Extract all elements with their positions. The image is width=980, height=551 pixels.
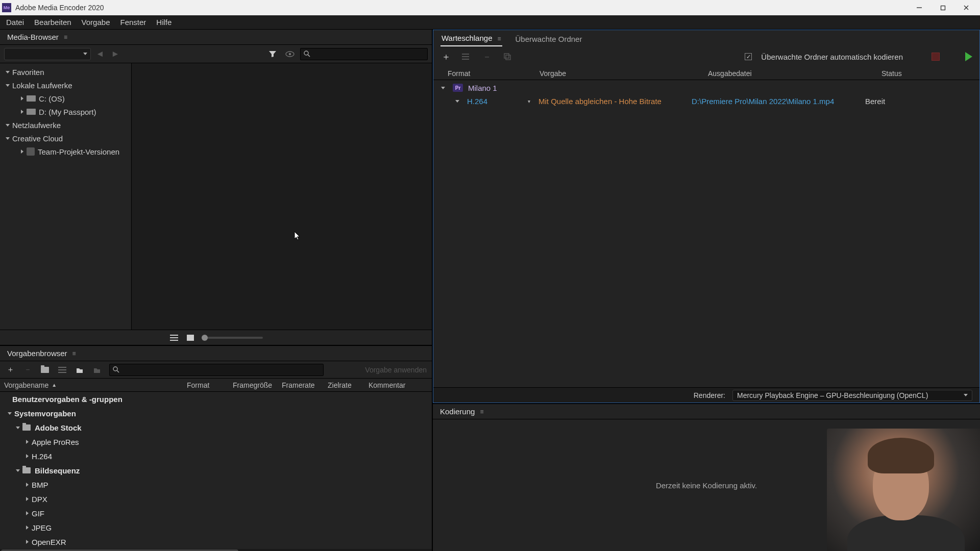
svg-rect-12 xyxy=(58,367,66,368)
preset-h264[interactable]: H.264 xyxy=(0,449,432,463)
preset-h-scrollbar[interactable] xyxy=(0,549,432,551)
webcam-overlay xyxy=(827,429,980,551)
col-bitrate[interactable]: Zielrate xyxy=(324,381,364,389)
media-browser-menu-icon[interactable]: ≡ xyxy=(64,34,67,41)
thumbnail-view-icon[interactable] xyxy=(185,334,195,342)
preset-settings-button[interactable] xyxy=(57,365,67,375)
col-comment[interactable]: Kommentar xyxy=(364,381,432,389)
stop-queue-button[interactable] xyxy=(932,53,940,61)
preset-group-adobe-stock[interactable]: Adobe Stock xyxy=(0,420,432,435)
media-content-area[interactable] xyxy=(132,63,432,330)
tree-creative-cloud[interactable]: Creative Cloud xyxy=(0,132,131,145)
preset-openexr[interactable]: OpenEXR xyxy=(0,535,432,549)
close-button[interactable] xyxy=(954,0,978,15)
encoding-title: Kodierung xyxy=(440,407,475,416)
tree-team-label: Team-Projekt-Versionen xyxy=(38,147,119,156)
media-tree: Favoriten Lokale Laufwerke C: (OS) xyxy=(0,63,132,330)
remove-button[interactable]: － xyxy=(481,51,493,62)
preset-columns-header: Vorgabename▲ Format Framegröße Framerate… xyxy=(0,379,432,392)
preset-bmp[interactable]: BMP xyxy=(0,478,432,492)
svg-rect-14 xyxy=(58,372,66,373)
delete-preset-button[interactable]: － xyxy=(22,365,33,375)
queue-menu-icon[interactable]: ≡ xyxy=(498,35,501,42)
queue-col-format[interactable]: Format xyxy=(448,69,540,78)
preset-tree: Benutzervorgaben & -gruppen Systemvorgab… xyxy=(0,392,432,549)
queue-preset-link[interactable]: Mit Quelle abgleichen - Hohe Bitrate xyxy=(538,97,692,106)
preset-jpeg[interactable]: JPEG xyxy=(0,520,432,535)
renderer-label: Renderer: xyxy=(694,391,725,399)
chevron-down-icon[interactable]: ▾ xyxy=(528,98,530,104)
start-queue-button[interactable] xyxy=(965,52,972,61)
col-format[interactable]: Format xyxy=(183,381,229,389)
renderer-dropdown[interactable]: Mercury Playback Engine – GPU-Beschleuni… xyxy=(732,390,972,401)
svg-rect-17 xyxy=(462,54,469,55)
import-preset-button[interactable] xyxy=(75,365,85,375)
tree-drive-c[interactable]: C: (OS) xyxy=(0,92,131,105)
path-dropdown[interactable] xyxy=(4,48,91,60)
tree-cc-label: Creative Cloud xyxy=(12,134,63,143)
col-framesize[interactable]: Framegröße xyxy=(229,381,278,389)
new-group-button[interactable] xyxy=(40,365,50,375)
app-title: Adobe Media Encoder 2020 xyxy=(15,4,908,12)
minimize-button[interactable] xyxy=(908,0,931,15)
tab-watch-folders[interactable]: Überwachte Ordner xyxy=(514,32,583,46)
preset-apple-prores[interactable]: Apple ProRes xyxy=(0,435,432,449)
media-search-input[interactable] xyxy=(300,48,428,60)
svg-rect-10 xyxy=(170,340,178,341)
tree-drive-c-label: C: (OS) xyxy=(39,94,65,103)
menu-preset[interactable]: Vorgabe xyxy=(77,16,115,29)
tab-queue[interactable]: Warteschlange≡ xyxy=(440,31,502,46)
tree-drive-d[interactable]: D: (My Passport) xyxy=(0,105,131,118)
svg-rect-21 xyxy=(506,55,510,60)
list-view-icon[interactable] xyxy=(169,334,179,342)
export-preset-button[interactable] xyxy=(92,365,102,375)
folder-icon xyxy=(22,424,31,431)
queue-output-link[interactable]: D:\Premiere Pro\Milan 2022\Milano 1.mp4 xyxy=(692,97,865,106)
drive-icon xyxy=(27,95,36,102)
svg-rect-1 xyxy=(941,6,945,10)
preset-group-image-seq[interactable]: Bildsequenz xyxy=(0,463,432,478)
tree-team-projects[interactable]: Team-Projekt-Versionen xyxy=(0,145,131,158)
app-icon: Me xyxy=(2,3,11,12)
preset-browser-title: Vorgabenbrowser xyxy=(7,349,67,358)
new-preset-button[interactable]: ＋ xyxy=(5,365,15,375)
menu-window[interactable]: Fenster xyxy=(115,16,151,29)
zoom-slider[interactable] xyxy=(202,337,263,339)
col-name[interactable]: Vorgabename▲ xyxy=(0,381,183,389)
media-browser-panel: Media-Browser ≡ ◄ ► xyxy=(0,30,432,346)
queue-format-dropdown[interactable]: H.264 xyxy=(467,97,487,106)
menu-help[interactable]: Hilfe xyxy=(151,16,177,29)
col-framerate[interactable]: Framerate xyxy=(278,381,324,389)
preset-dpx[interactable]: DPX xyxy=(0,492,432,506)
menubar: Datei Bearbeiten Vorgabe Fenster Hilfe xyxy=(0,15,980,30)
queue-col-output[interactable]: Ausgabedatei xyxy=(708,69,881,78)
tree-local-drives[interactable]: Lokale Laufwerke xyxy=(0,79,131,92)
nav-forward-icon[interactable]: ► xyxy=(109,48,121,60)
queue-col-preset[interactable]: Vorgabe xyxy=(540,69,708,78)
encoding-panel: Kodierung ≡ Derzeit keine Kodierung akti… xyxy=(433,403,980,551)
duplicate-button[interactable] xyxy=(502,51,513,62)
tree-network[interactable]: Netzlaufwerke xyxy=(0,118,131,132)
titlebar: Me Adobe Media Encoder 2020 xyxy=(0,0,980,15)
queue-item[interactable]: Pr Milano 1 H.264 ▾ Mit Quelle abgleiche… xyxy=(433,80,979,109)
ingest-icon[interactable] xyxy=(283,48,297,60)
queue-source-name: Milano 1 xyxy=(468,84,497,92)
preset-browser-menu-icon[interactable]: ≡ xyxy=(72,350,76,357)
preset-gif[interactable]: GIF xyxy=(0,506,432,520)
menu-edit[interactable]: Bearbeiten xyxy=(29,16,77,29)
filter-icon[interactable] xyxy=(265,48,280,60)
preset-search-input[interactable] xyxy=(109,364,324,376)
preset-group-user[interactable]: Benutzervorgaben & -gruppen xyxy=(0,392,432,406)
queue-list[interactable]: Pr Milano 1 H.264 ▾ Mit Quelle abgleiche… xyxy=(433,80,979,387)
encoding-menu-icon[interactable]: ≡ xyxy=(480,408,483,415)
nav-back-icon[interactable]: ◄ xyxy=(94,48,106,60)
menu-file[interactable]: Datei xyxy=(1,16,29,29)
add-output-button[interactable] xyxy=(461,51,472,62)
queue-col-status[interactable]: Status xyxy=(881,69,979,78)
maximize-button[interactable] xyxy=(931,0,954,15)
media-browser-title: Media-Browser xyxy=(7,33,59,41)
preset-group-system[interactable]: Systemvorgaben xyxy=(0,406,432,420)
tree-favorites[interactable]: Favoriten xyxy=(0,65,131,79)
auto-encode-checkbox[interactable]: ✓ xyxy=(745,53,752,60)
add-source-button[interactable]: ＋ xyxy=(440,51,452,62)
